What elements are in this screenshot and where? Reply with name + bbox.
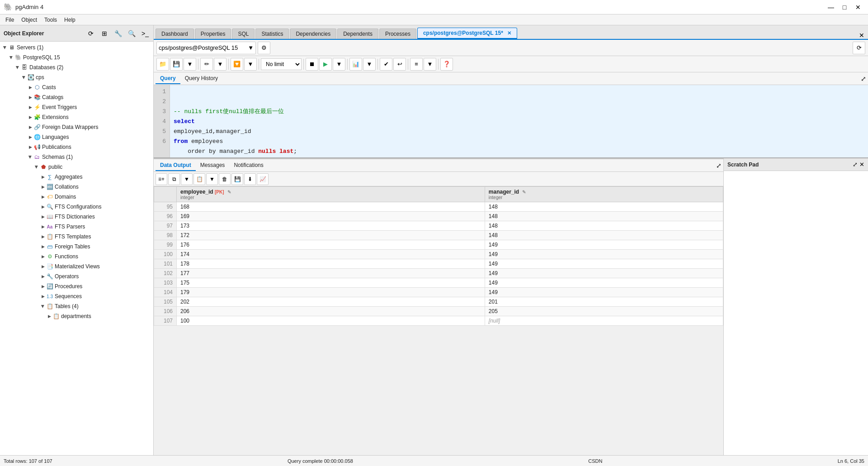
tab-sql[interactable]: SQL [232, 29, 255, 39]
tab-statistics[interactable]: Statistics [255, 29, 289, 39]
save-dropdown-button[interactable]: ▼ [184, 58, 196, 71]
tree-item-cps[interactable]: ▶ 💽 cps [0, 72, 153, 82]
table-row[interactable]: 99176149 [154, 240, 723, 250]
code-content[interactable]: -- nulls first使null值排在最后一位 select employ… [170, 85, 868, 157]
save-data-button[interactable]: 💾 [231, 173, 243, 185]
tree-item-fts-parsers[interactable]: ▶ Aa FTS Parsers [0, 222, 153, 232]
tree-item-fts-conf[interactable]: ▶ 🔍 FTS Configurations [0, 202, 153, 212]
close-panel-button[interactable]: ✕ [855, 32, 868, 39]
add-row-button[interactable]: ≡+ [156, 173, 167, 185]
expand-ftsp-icon[interactable]: ▶ [40, 223, 46, 230]
open-file-button[interactable]: 📁 [156, 58, 169, 71]
stop-button[interactable]: ⏹ [306, 58, 318, 71]
expand-ftsd-icon[interactable]: ▶ [40, 214, 46, 220]
expand-ft-icon[interactable]: ▶ [40, 243, 46, 250]
code-editor[interactable]: 1 2 3 4 5 6 -- nulls first使null值排在最后一位 s… [154, 85, 868, 157]
menu-tools[interactable]: Tools [41, 16, 61, 24]
employee-id-cell[interactable]: 206 [177, 307, 485, 316]
oe-terminal-button[interactable]: >_ [139, 27, 151, 40]
tree-item-procedures[interactable]: ▶ 🔄 Procedures [0, 281, 153, 291]
employee-id-cell[interactable]: 173 [177, 221, 485, 231]
close-button[interactable]: ✕ [852, 3, 864, 12]
close-scratch-pad-button[interactable]: ✕ [859, 161, 864, 168]
tree-item-schemas[interactable]: ▶ 🗂 Schemas (1) [0, 152, 153, 162]
format-dropdown-button[interactable]: ▼ [424, 58, 436, 71]
expand-et-icon[interactable]: ▶ [27, 104, 33, 110]
manager-id-cell[interactable]: 149 [485, 250, 723, 259]
tree-item-extensions[interactable]: ▶ 🧩 Extensions [0, 112, 153, 122]
employee-id-cell[interactable]: 100 [177, 316, 485, 326]
paste-dropdown-button[interactable]: ▼ [206, 173, 218, 185]
tree-item-publications[interactable]: ▶ 📢 Publications [0, 142, 153, 152]
table-row[interactable]: 105202201 [154, 297, 723, 307]
tree-item-departments[interactable]: ▶ 📋 departments [0, 311, 153, 321]
employee-id-cell[interactable]: 176 [177, 240, 485, 250]
manager-id-cell[interactable]: 148 [485, 212, 723, 221]
manager-id-cell[interactable]: 149 [485, 259, 723, 269]
conn-dropdown-button[interactable]: cps/postgres@PostgreSQL 15 ▼ [156, 42, 256, 54]
delete-button[interactable]: 🗑 [219, 173, 231, 185]
manager-id-cell[interactable]: 148 [485, 231, 723, 240]
conn-settings-button[interactable]: ⚙ [258, 42, 270, 54]
expand-ops-icon[interactable]: ▶ [40, 273, 46, 280]
edit-dropdown-button[interactable]: ▼ [214, 58, 226, 71]
tree-item-fdw[interactable]: ▶ 🔗 Foreign Data Wrappers [0, 122, 153, 132]
tree-item-tables[interactable]: ▶ 📋 Tables (4) [0, 301, 153, 311]
menu-help[interactable]: Help [61, 16, 79, 24]
expand-col-icon[interactable]: ▶ [40, 184, 46, 190]
paste-button[interactable]: 📋 [193, 173, 205, 185]
tree-item-catalogs[interactable]: ▶ 📚 Catalogs [0, 92, 153, 102]
commit-button[interactable]: ✔ [380, 58, 392, 71]
table-row[interactable]: 103175149 [154, 278, 723, 288]
tab-dependencies[interactable]: Dependencies [290, 29, 336, 39]
expand-ftst-icon[interactable]: ▶ [40, 233, 46, 240]
employee-id-cell[interactable]: 177 [177, 269, 485, 278]
tree-item-domains[interactable]: ▶ 🏷 Domains [0, 192, 153, 202]
expand-editor-button[interactable]: ⤢ [861, 75, 866, 82]
explain-dropdown-button[interactable]: ▼ [363, 58, 376, 71]
expand-agg-icon[interactable]: ▶ [40, 174, 46, 180]
scratch-pad-content[interactable] [724, 171, 868, 455]
col-header-employee-id[interactable]: employee_id [PK] ✎ integer [177, 187, 485, 202]
manager-id-cell[interactable]: 148 [485, 202, 723, 212]
employee-id-cell[interactable]: 168 [177, 202, 485, 212]
tree-item-aggregates[interactable]: ▶ ∑ Aggregates [0, 172, 153, 182]
expand-proc-icon[interactable]: ▶ [40, 283, 46, 290]
table-row[interactable]: 97173148 [154, 221, 723, 231]
manager-id-cell[interactable]: 149 [485, 269, 723, 278]
oe-properties-button[interactable]: 🔧 [112, 27, 124, 40]
help-button[interactable]: ❓ [440, 58, 453, 71]
table-row[interactable]: 104179149 [154, 288, 723, 297]
manager-id-cell[interactable]: 149 [485, 288, 723, 297]
tab-data-output[interactable]: Data Output [156, 160, 196, 171]
tree-item-collations[interactable]: ▶ 🔤 Collations [0, 182, 153, 192]
filter-button[interactable]: 🔽 [231, 58, 243, 71]
run-dropdown-button[interactable]: ▼ [333, 58, 345, 71]
expand-ext-icon[interactable]: ▶ [27, 114, 33, 120]
tree-item-languages[interactable]: ▶ 🌐 Languages [0, 132, 153, 142]
tree-item-public[interactable]: ▶ ⬟ public [0, 162, 153, 172]
table-row[interactable]: 95168148 [154, 202, 723, 212]
expand-dept-icon[interactable]: ▶ [46, 313, 52, 319]
tree-item-event-triggers[interactable]: ▶ ⚡ Event Triggers [0, 102, 153, 112]
run-button[interactable]: ▶ [319, 58, 332, 71]
tab-properties[interactable]: Properties [195, 29, 231, 39]
tree-item-functions[interactable]: ▶ ⚙ Functions [0, 252, 153, 262]
manager-id-cell[interactable]: 201 [485, 297, 723, 307]
download-button[interactable]: ⬇ [244, 173, 256, 185]
oe-add-button[interactable]: ⊞ [98, 27, 111, 40]
maximize-button[interactable]: □ [838, 3, 851, 12]
tab-query-editor[interactable]: Query [156, 73, 180, 84]
tree-item-foreign-tables[interactable]: ▶ 🗃 Foreign Tables [0, 242, 153, 252]
table-row[interactable]: 102177149 [154, 269, 723, 278]
expand-ftsc-icon[interactable]: ▶ [40, 204, 46, 210]
tab-messages[interactable]: Messages [196, 160, 230, 171]
expand-fdw-icon[interactable]: ▶ [27, 124, 33, 130]
expand-mv-icon[interactable]: ▶ [40, 263, 46, 270]
expand-tables-icon[interactable]: ▶ [40, 303, 46, 309]
save-button[interactable]: 💾 [170, 58, 183, 71]
tab-dependents[interactable]: Dependents [337, 29, 378, 39]
col-header-manager-id[interactable]: manager_id ✎ integer [485, 187, 723, 202]
tree-item-mat-views[interactable]: ▶ 📑 Materialized Views [0, 262, 153, 271]
manager-id-cell[interactable]: 205 [485, 307, 723, 316]
